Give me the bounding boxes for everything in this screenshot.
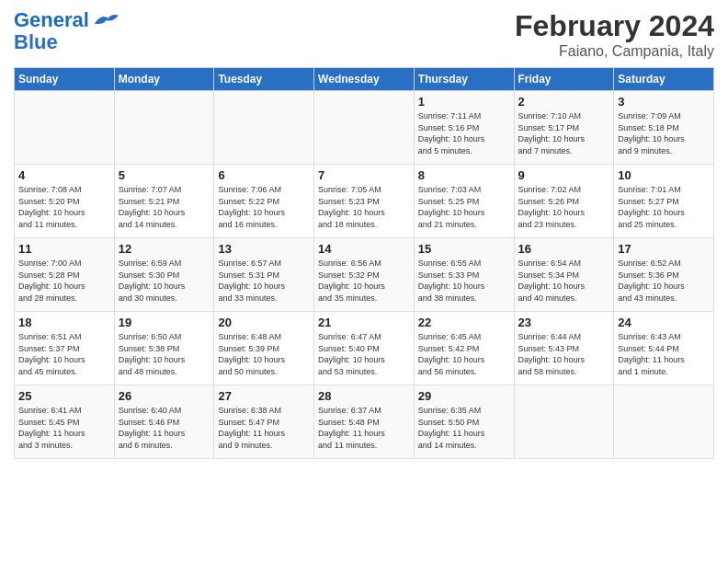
calendar-cell: 1Sunrise: 7:11 AM Sunset: 5:16 PM Daylig… bbox=[414, 91, 514, 165]
day-info: Sunrise: 6:52 AM Sunset: 5:36 PM Dayligh… bbox=[618, 258, 710, 304]
calendar-cell: 4Sunrise: 7:08 AM Sunset: 5:20 PM Daylig… bbox=[15, 165, 115, 238]
calendar-cell: 10Sunrise: 7:01 AM Sunset: 5:27 PM Dayli… bbox=[614, 165, 714, 238]
calendar-cell: 28Sunrise: 6:37 AM Sunset: 5:48 PM Dayli… bbox=[314, 385, 415, 459]
day-number: 11 bbox=[18, 242, 110, 256]
day-info: Sunrise: 6:45 AM Sunset: 5:42 PM Dayligh… bbox=[418, 331, 510, 377]
calendar-cell bbox=[514, 385, 614, 459]
day-info: Sunrise: 6:57 AM Sunset: 5:31 PM Dayligh… bbox=[218, 258, 310, 304]
day-info: Sunrise: 6:38 AM Sunset: 5:47 PM Dayligh… bbox=[218, 405, 310, 451]
calendar-day-header: Monday bbox=[114, 68, 214, 91]
calendar-cell: 29Sunrise: 6:35 AM Sunset: 5:50 PM Dayli… bbox=[414, 385, 514, 459]
day-number: 8 bbox=[418, 168, 510, 182]
calendar-cell bbox=[214, 91, 314, 165]
day-number: 14 bbox=[318, 242, 410, 256]
day-info: Sunrise: 7:05 AM Sunset: 5:23 PM Dayligh… bbox=[318, 184, 410, 230]
day-info: Sunrise: 6:50 AM Sunset: 5:38 PM Dayligh… bbox=[119, 331, 210, 377]
calendar-day-header: Tuesday bbox=[214, 68, 314, 91]
calendar-cell: 17Sunrise: 6:52 AM Sunset: 5:36 PM Dayli… bbox=[614, 238, 714, 312]
calendar-cell: 23Sunrise: 6:44 AM Sunset: 5:43 PM Dayli… bbox=[514, 312, 614, 385]
calendar-cell: 19Sunrise: 6:50 AM Sunset: 5:38 PM Dayli… bbox=[114, 312, 214, 385]
day-number: 18 bbox=[18, 316, 110, 329]
calendar-subtitle: Faiano, Campania, Italy bbox=[515, 43, 714, 60]
day-number: 26 bbox=[119, 389, 210, 403]
day-info: Sunrise: 7:02 AM Sunset: 5:26 PM Dayligh… bbox=[518, 184, 610, 230]
calendar-cell: 25Sunrise: 6:41 AM Sunset: 5:45 PM Dayli… bbox=[15, 385, 115, 459]
day-info: Sunrise: 6:44 AM Sunset: 5:43 PM Dayligh… bbox=[518, 331, 610, 377]
logo-bird-icon bbox=[91, 9, 119, 31]
logo-text: General bbox=[14, 9, 89, 31]
calendar-week-row: 4Sunrise: 7:08 AM Sunset: 5:20 PM Daylig… bbox=[15, 165, 714, 238]
logo: General Blue bbox=[14, 9, 119, 53]
calendar-title: February 2024 bbox=[515, 9, 714, 43]
calendar-cell: 21Sunrise: 6:47 AM Sunset: 5:40 PM Dayli… bbox=[314, 312, 415, 385]
calendar-cell: 26Sunrise: 6:40 AM Sunset: 5:46 PM Dayli… bbox=[114, 385, 214, 459]
day-info: Sunrise: 6:35 AM Sunset: 5:50 PM Dayligh… bbox=[418, 405, 510, 451]
calendar-day-header: Saturday bbox=[614, 68, 714, 91]
calendar-week-row: 11Sunrise: 7:00 AM Sunset: 5:28 PM Dayli… bbox=[15, 238, 714, 312]
day-number: 29 bbox=[418, 389, 510, 403]
day-number: 23 bbox=[518, 316, 610, 329]
day-number: 16 bbox=[518, 242, 610, 256]
day-number: 12 bbox=[119, 242, 210, 256]
calendar-week-row: 25Sunrise: 6:41 AM Sunset: 5:45 PM Dayli… bbox=[15, 385, 714, 459]
calendar-cell: 2Sunrise: 7:10 AM Sunset: 5:17 PM Daylig… bbox=[514, 91, 614, 165]
day-number: 13 bbox=[218, 242, 310, 256]
day-number: 24 bbox=[618, 316, 710, 329]
calendar-cell: 9Sunrise: 7:02 AM Sunset: 5:26 PM Daylig… bbox=[514, 165, 614, 238]
day-info: Sunrise: 7:01 AM Sunset: 5:27 PM Dayligh… bbox=[618, 184, 710, 230]
day-number: 5 bbox=[119, 168, 210, 182]
day-info: Sunrise: 6:55 AM Sunset: 5:33 PM Dayligh… bbox=[418, 258, 510, 304]
calendar-cell: 14Sunrise: 6:56 AM Sunset: 5:32 PM Dayli… bbox=[314, 238, 415, 312]
calendar-day-header: Friday bbox=[514, 68, 614, 91]
day-number: 10 bbox=[618, 168, 710, 182]
calendar-header-row: SundayMondayTuesdayWednesdayThursdayFrid… bbox=[15, 68, 714, 91]
calendar-cell: 27Sunrise: 6:38 AM Sunset: 5:47 PM Dayli… bbox=[214, 385, 314, 459]
page-container: General Blue February 2024 Faiano, Campa… bbox=[0, 0, 728, 468]
day-info: Sunrise: 6:37 AM Sunset: 5:48 PM Dayligh… bbox=[318, 405, 410, 451]
day-info: Sunrise: 6:40 AM Sunset: 5:46 PM Dayligh… bbox=[119, 405, 210, 451]
calendar-cell: 22Sunrise: 6:45 AM Sunset: 5:42 PM Dayli… bbox=[414, 312, 514, 385]
calendar-cell: 15Sunrise: 6:55 AM Sunset: 5:33 PM Dayli… bbox=[414, 238, 514, 312]
day-info: Sunrise: 7:07 AM Sunset: 5:21 PM Dayligh… bbox=[119, 184, 210, 230]
calendar-week-row: 1Sunrise: 7:11 AM Sunset: 5:16 PM Daylig… bbox=[15, 91, 714, 165]
day-info: Sunrise: 6:56 AM Sunset: 5:32 PM Dayligh… bbox=[318, 258, 410, 304]
calendar-cell: 12Sunrise: 6:59 AM Sunset: 5:30 PM Dayli… bbox=[114, 238, 214, 312]
logo-general: General bbox=[14, 8, 89, 31]
day-number: 6 bbox=[218, 168, 310, 182]
calendar-cell: 16Sunrise: 6:54 AM Sunset: 5:34 PM Dayli… bbox=[514, 238, 614, 312]
day-number: 15 bbox=[418, 242, 510, 256]
calendar-week-row: 18Sunrise: 6:51 AM Sunset: 5:37 PM Dayli… bbox=[15, 312, 714, 385]
logo-blue: Blue bbox=[14, 31, 58, 53]
day-number: 4 bbox=[18, 168, 110, 182]
day-info: Sunrise: 7:08 AM Sunset: 5:20 PM Dayligh… bbox=[18, 184, 110, 230]
day-info: Sunrise: 6:51 AM Sunset: 5:37 PM Dayligh… bbox=[18, 331, 110, 377]
day-info: Sunrise: 7:03 AM Sunset: 5:25 PM Dayligh… bbox=[418, 184, 510, 230]
day-info: Sunrise: 7:11 AM Sunset: 5:16 PM Dayligh… bbox=[418, 110, 510, 156]
calendar-cell: 5Sunrise: 7:07 AM Sunset: 5:21 PM Daylig… bbox=[114, 165, 214, 238]
calendar-cell bbox=[314, 91, 415, 165]
day-info: Sunrise: 7:06 AM Sunset: 5:22 PM Dayligh… bbox=[218, 184, 310, 230]
calendar-cell: 6Sunrise: 7:06 AM Sunset: 5:22 PM Daylig… bbox=[214, 165, 314, 238]
calendar-table: SundayMondayTuesdayWednesdayThursdayFrid… bbox=[14, 67, 714, 459]
title-block: February 2024 Faiano, Campania, Italy bbox=[515, 9, 714, 60]
day-number: 20 bbox=[218, 316, 310, 329]
calendar-cell: 20Sunrise: 6:48 AM Sunset: 5:39 PM Dayli… bbox=[214, 312, 314, 385]
day-info: Sunrise: 7:10 AM Sunset: 5:17 PM Dayligh… bbox=[518, 110, 610, 156]
day-info: Sunrise: 6:59 AM Sunset: 5:30 PM Dayligh… bbox=[119, 258, 210, 304]
day-number: 1 bbox=[418, 95, 510, 109]
calendar-cell: 18Sunrise: 6:51 AM Sunset: 5:37 PM Dayli… bbox=[15, 312, 115, 385]
day-info: Sunrise: 6:47 AM Sunset: 5:40 PM Dayligh… bbox=[318, 331, 410, 377]
day-number: 19 bbox=[119, 316, 210, 329]
day-number: 21 bbox=[318, 316, 410, 329]
calendar-cell: 8Sunrise: 7:03 AM Sunset: 5:25 PM Daylig… bbox=[414, 165, 514, 238]
day-info: Sunrise: 6:48 AM Sunset: 5:39 PM Dayligh… bbox=[218, 331, 310, 377]
calendar-cell: 11Sunrise: 7:00 AM Sunset: 5:28 PM Dayli… bbox=[15, 238, 115, 312]
calendar-cell: 3Sunrise: 7:09 AM Sunset: 5:18 PM Daylig… bbox=[614, 91, 714, 165]
calendar-cell bbox=[114, 91, 214, 165]
day-number: 27 bbox=[218, 389, 310, 403]
calendar-day-header: Wednesday bbox=[314, 68, 415, 91]
day-number: 22 bbox=[418, 316, 510, 329]
page-header: General Blue February 2024 Faiano, Campa… bbox=[14, 9, 714, 60]
day-info: Sunrise: 7:00 AM Sunset: 5:28 PM Dayligh… bbox=[18, 258, 110, 304]
day-info: Sunrise: 6:41 AM Sunset: 5:45 PM Dayligh… bbox=[18, 405, 110, 451]
